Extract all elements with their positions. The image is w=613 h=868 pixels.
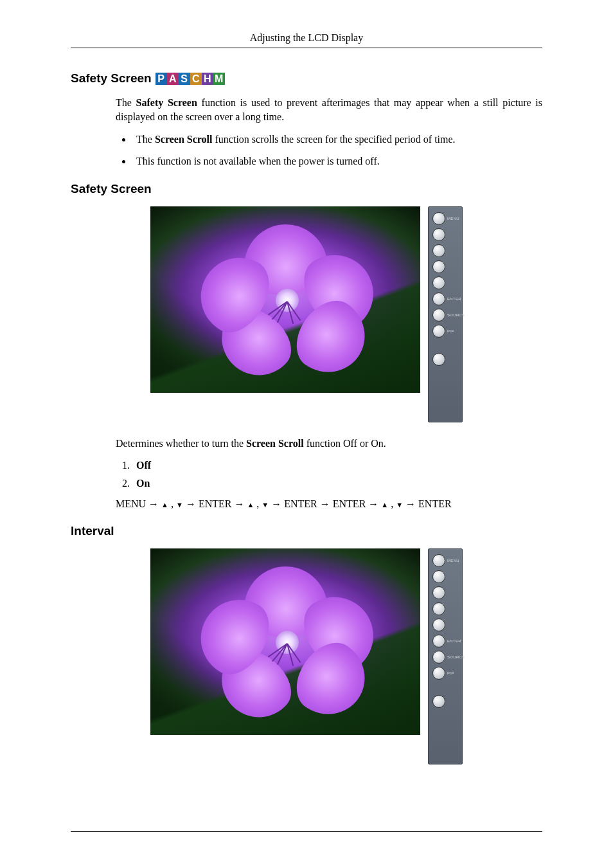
bottom-rule	[71, 831, 542, 832]
arrow: →	[269, 498, 284, 509]
screenshot-interval: MENU ENTER SOURCE PIP	[71, 548, 542, 764]
option-off: Off	[136, 460, 151, 471]
remote-button[interactable]	[432, 260, 445, 273]
remote-pip-button[interactable]	[432, 325, 445, 338]
text-bold: Screen Scroll	[246, 438, 304, 449]
remote-button[interactable]	[432, 586, 445, 599]
down-arrow-icon	[176, 498, 183, 509]
top-rule	[71, 48, 542, 48]
remote-source-button[interactable]	[432, 309, 445, 321]
up-arrow-icon	[381, 498, 388, 509]
safety-screen-subheading: Safety Screen	[71, 182, 542, 196]
remote-label: SOURCE	[447, 655, 465, 659]
remote-button[interactable]	[432, 619, 445, 631]
up-arrow-icon	[161, 498, 168, 509]
remote-menu-button[interactable]	[432, 212, 445, 225]
down-arrow-icon	[396, 498, 403, 509]
list-item: The Screen Scroll function scrolls the s…	[132, 132, 542, 147]
text-bold: Screen Scroll	[155, 134, 213, 145]
lcd-flower-image	[150, 206, 420, 393]
off-on-list: Off On	[116, 460, 542, 489]
interval-subheading: Interval	[71, 524, 542, 538]
arrow: →	[183, 498, 199, 509]
badge-p: P	[155, 73, 167, 85]
path-enter: ENTER	[418, 498, 452, 509]
input-mode-badges: P A S C H M	[155, 73, 225, 85]
safety-screen-heading: Safety Screen P A S C H M	[71, 71, 542, 86]
remote-button[interactable]	[432, 570, 445, 583]
remote-label: ENTER	[447, 297, 461, 301]
remote-label: PIP	[447, 671, 454, 675]
remote-power-button[interactable]	[432, 695, 445, 708]
arrow: →	[366, 498, 381, 509]
remote-label: ENTER	[447, 639, 461, 643]
list-item: Off	[132, 460, 542, 471]
list-item: This function is not available when the …	[132, 154, 542, 168]
remote-enter-button[interactable]	[432, 293, 445, 305]
option-on: On	[136, 478, 150, 489]
remote-button[interactable]	[432, 244, 445, 257]
arrow: →	[403, 498, 418, 509]
badge-a: A	[167, 73, 179, 85]
remote-label: MENU	[447, 559, 459, 563]
remote-button[interactable]	[432, 276, 445, 289]
path-enter: ENTER	[284, 498, 317, 509]
remote-control-panel: MENU ENTER SOURCE PIP	[428, 548, 463, 764]
badge-c: C	[190, 73, 202, 85]
remote-menu-button[interactable]	[432, 554, 445, 567]
text-bold: Safety Screen	[136, 97, 197, 108]
list-item: On	[132, 478, 542, 489]
path-enter: ENTER	[333, 498, 366, 509]
menu-navigation-path: MENU → , → ENTER → , → ENTER → ENTER → ,…	[116, 498, 542, 510]
remote-pip-button[interactable]	[432, 667, 445, 680]
arrow: →	[317, 498, 333, 509]
remote-label: MENU	[447, 217, 459, 221]
screenshot-safety-screen: MENU ENTER SOURCE PIP	[71, 206, 542, 422]
remote-source-button[interactable]	[432, 651, 445, 664]
safety-screen-bullets: The Screen Scroll function scrolls the s…	[116, 132, 542, 168]
text: function Off or On.	[304, 438, 386, 449]
text: Determines whether to turn the	[116, 438, 246, 449]
remote-label: PIP	[447, 329, 454, 333]
safety-screen-intro: The Safety Screen function is used to pr…	[116, 96, 542, 123]
screen-scroll-caption: Determines whether to turn the Screen Sc…	[116, 437, 542, 451]
badge-m: M	[213, 73, 225, 85]
up-arrow-icon	[247, 498, 254, 509]
path-menu: MENU	[116, 498, 146, 509]
path-enter: ENTER	[199, 498, 232, 509]
remote-label: SOURCE	[447, 313, 465, 317]
remote-button[interactable]	[432, 602, 445, 615]
running-header: Adjusting the LCD Display	[71, 32, 542, 44]
comma: ,	[254, 498, 262, 509]
remote-power-button[interactable]	[432, 353, 445, 366]
remote-enter-button[interactable]	[432, 635, 445, 647]
badge-s: S	[179, 73, 190, 85]
remote-control-panel: MENU ENTER SOURCE PIP	[428, 206, 463, 422]
badge-h: H	[202, 73, 213, 85]
text: The	[136, 134, 155, 145]
heading-text: Safety Screen	[71, 71, 152, 86]
down-arrow-icon	[262, 498, 269, 509]
comma: ,	[388, 498, 396, 509]
text: function scrolls the screen for the spec…	[213, 134, 456, 145]
comma: ,	[168, 498, 176, 509]
arrow: →	[146, 498, 161, 509]
text: The	[116, 97, 136, 108]
remote-button[interactable]	[432, 228, 445, 241]
lcd-flower-image	[150, 548, 420, 735]
arrow: →	[231, 498, 247, 509]
